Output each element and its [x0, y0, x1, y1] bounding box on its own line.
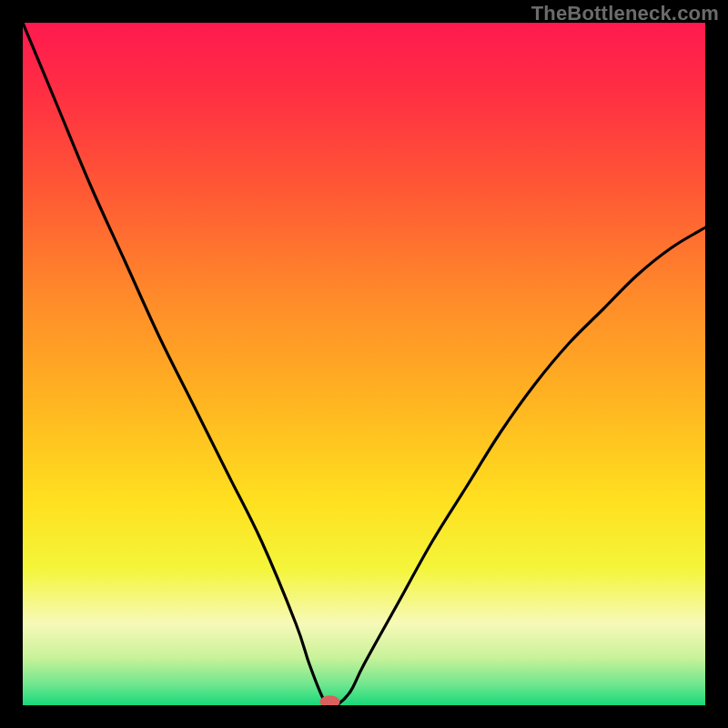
watermark-text: TheBottleneck.com [531, 2, 719, 25]
gradient-background [23, 23, 705, 705]
plot-area [23, 23, 705, 705]
chart-frame: TheBottleneck.com [0, 0, 728, 728]
chart-svg [23, 23, 705, 705]
